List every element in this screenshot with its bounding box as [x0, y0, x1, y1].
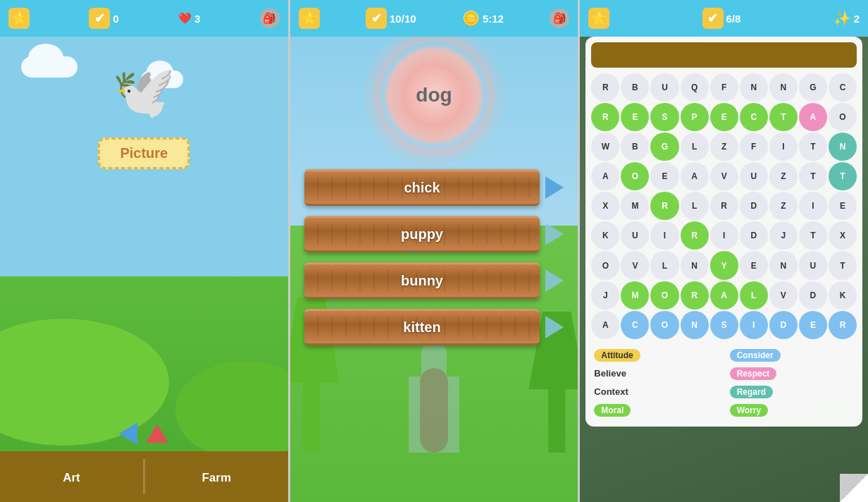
- cell-5-5[interactable]: D: [740, 221, 768, 250]
- nav-farm-button[interactable]: Farm: [145, 451, 288, 502]
- cell-0-1[interactable]: B: [621, 73, 649, 102]
- choice-kitten[interactable]: kitten: [304, 309, 540, 345]
- cell-4-3[interactable]: L: [681, 192, 709, 220]
- cell-2-6[interactable]: I: [769, 133, 798, 161]
- cell-7-5[interactable]: L: [740, 281, 768, 310]
- bottom-navigation: Art Farm: [0, 451, 288, 502]
- cell-5-4[interactable]: I: [710, 221, 738, 250]
- cell-3-4[interactable]: V: [710, 162, 738, 190]
- cell-1-4[interactable]: E: [710, 103, 738, 131]
- cell-4-1[interactable]: M: [621, 192, 649, 220]
- cell-2-8[interactable]: N: [829, 133, 857, 161]
- cell-8-4[interactable]: S: [710, 311, 738, 339]
- word-item-believe: Believe: [591, 366, 721, 381]
- cell-6-8[interactable]: T: [829, 251, 857, 279]
- cell-3-5[interactable]: U: [740, 162, 768, 190]
- cell-2-7[interactable]: T: [799, 133, 827, 161]
- cell-8-1[interactable]: C: [621, 311, 649, 339]
- cell-0-2[interactable]: U: [650, 73, 678, 102]
- cell-8-6[interactable]: D: [769, 311, 798, 339]
- cell-4-2[interactable]: R: [650, 192, 678, 220]
- cell-1-8[interactable]: O: [829, 103, 857, 131]
- cell-4-5[interactable]: D: [740, 192, 768, 220]
- cell-4-7[interactable]: I: [799, 192, 827, 220]
- cell-4-4[interactable]: R: [710, 192, 738, 220]
- panel3-check-icon: ✔: [702, 8, 724, 29]
- cell-5-7[interactable]: T: [799, 221, 827, 250]
- cell-0-5[interactable]: N: [740, 73, 768, 102]
- cell-6-1[interactable]: V: [621, 251, 649, 279]
- cell-3-7[interactable]: T: [799, 162, 827, 190]
- cell-4-0[interactable]: X: [591, 192, 619, 220]
- cell-1-2[interactable]: S: [650, 103, 678, 131]
- cell-2-2[interactable]: G: [650, 133, 678, 161]
- cell-3-2[interactable]: E: [650, 162, 678, 190]
- choice-puppy[interactable]: puppy: [304, 216, 540, 252]
- cell-0-3[interactable]: Q: [681, 73, 709, 102]
- cell-5-6[interactable]: J: [769, 221, 798, 250]
- cell-5-3[interactable]: R: [681, 221, 709, 250]
- cell-5-8[interactable]: X: [829, 221, 857, 250]
- cell-7-8[interactable]: K: [829, 281, 857, 310]
- cell-7-0[interactable]: J: [591, 281, 619, 310]
- cell-8-8[interactable]: R: [829, 311, 857, 339]
- cell-5-2[interactable]: I: [650, 221, 678, 250]
- cell-0-7[interactable]: G: [799, 73, 827, 102]
- cell-8-5[interactable]: I: [740, 311, 768, 339]
- word-grid[interactable]: RBUQFNNGCRESPECTAOWBGLZFITNAOEAVUZTTXMRL…: [591, 73, 857, 339]
- cell-2-1[interactable]: B: [621, 133, 649, 161]
- cell-4-8[interactable]: E: [829, 192, 857, 220]
- cell-1-1[interactable]: E: [621, 103, 649, 131]
- arrows-area: [0, 416, 288, 451]
- cell-6-6[interactable]: N: [769, 251, 798, 279]
- cell-1-5[interactable]: C: [740, 103, 768, 131]
- cell-8-7[interactable]: E: [799, 311, 827, 339]
- cell-0-8[interactable]: C: [829, 73, 857, 102]
- cell-7-3[interactable]: R: [681, 281, 709, 310]
- cell-2-5[interactable]: F: [740, 133, 768, 161]
- cell-0-4[interactable]: F: [710, 73, 738, 102]
- cell-3-3[interactable]: A: [681, 162, 709, 190]
- bag-icon: 🎒: [260, 8, 280, 28]
- cell-6-5[interactable]: E: [740, 251, 768, 279]
- cell-6-3[interactable]: N: [681, 251, 709, 279]
- cell-5-0[interactable]: K: [591, 221, 619, 250]
- cell-8-2[interactable]: O: [650, 311, 678, 339]
- cell-2-3[interactable]: L: [681, 133, 709, 161]
- cell-6-7[interactable]: U: [799, 251, 827, 279]
- cell-7-1[interactable]: M: [621, 281, 649, 310]
- cell-7-2[interactable]: O: [650, 281, 678, 310]
- cell-7-7[interactable]: D: [799, 281, 827, 310]
- cell-0-6[interactable]: N: [769, 73, 798, 102]
- cell-1-7[interactable]: A: [799, 103, 827, 131]
- cell-7-4[interactable]: A: [710, 281, 738, 310]
- cell-1-0[interactable]: R: [591, 103, 619, 131]
- cell-1-3[interactable]: P: [681, 103, 709, 131]
- cell-6-2[interactable]: L: [650, 251, 678, 279]
- cell-3-0[interactable]: A: [591, 162, 619, 190]
- choice-kitten-arrow: [545, 316, 564, 338]
- choice-chick[interactable]: chick: [304, 169, 540, 206]
- cell-2-0[interactable]: W: [591, 133, 619, 161]
- panel1-heart-count: 3: [194, 13, 200, 25]
- cell-6-4[interactable]: Y: [710, 251, 738, 279]
- cell-4-6[interactable]: Z: [769, 192, 798, 220]
- panel2-check-item: ✔ 10/10: [366, 8, 416, 29]
- answer-bar: [591, 42, 857, 68]
- choice-bunny[interactable]: bunny: [304, 262, 540, 299]
- nav-art-button[interactable]: Art: [0, 451, 143, 502]
- cell-3-8[interactable]: T: [829, 162, 857, 190]
- cell-8-3[interactable]: N: [681, 311, 709, 339]
- cell-1-6[interactable]: T: [769, 103, 798, 131]
- panel3-star-count: 2: [854, 13, 860, 25]
- cell-5-1[interactable]: U: [621, 221, 649, 250]
- cell-3-1[interactable]: O: [621, 162, 649, 190]
- cell-6-0[interactable]: O: [591, 251, 619, 279]
- cell-3-6[interactable]: Z: [769, 162, 798, 190]
- cell-8-0[interactable]: A: [591, 311, 619, 339]
- answer-choices: chick puppy bunny kitten: [290, 169, 578, 345]
- cell-0-0[interactable]: R: [591, 73, 619, 102]
- word-item-attitude: Attitude: [591, 348, 721, 363]
- cell-2-4[interactable]: Z: [710, 133, 738, 161]
- cell-7-6[interactable]: V: [769, 281, 798, 310]
